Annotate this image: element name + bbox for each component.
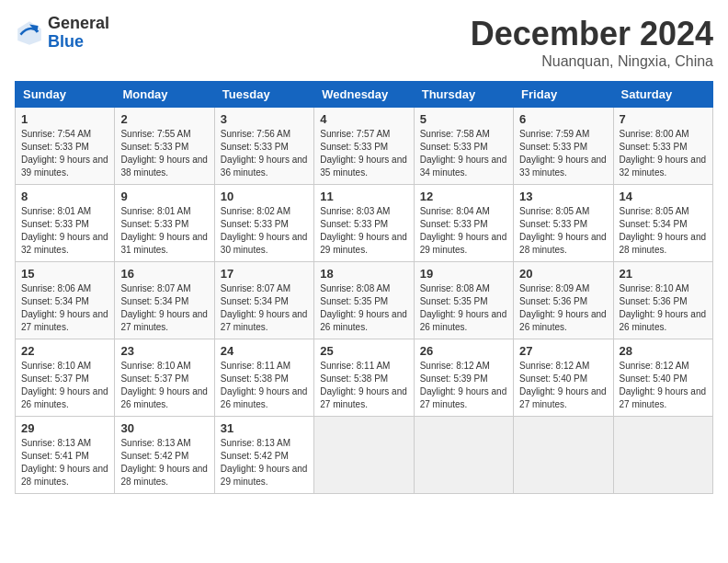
day-number: 15 (21, 267, 108, 281)
calendar-day-cell: 28Sunrise: 8:12 AMSunset: 5:40 PMDayligh… (613, 339, 712, 417)
calendar-day-cell (514, 417, 613, 494)
calendar-day-cell: 29Sunrise: 8:13 AMSunset: 5:41 PMDayligh… (16, 417, 115, 494)
day-info: Sunrise: 8:01 AMSunset: 5:33 PMDaylight:… (120, 205, 208, 257)
day-info: Sunrise: 7:58 AMSunset: 5:33 PMDaylight:… (420, 128, 507, 179)
day-number: 9 (120, 190, 208, 203)
day-info: Sunrise: 8:10 AMSunset: 5:37 PMDaylight:… (120, 360, 208, 411)
day-number: 4 (320, 112, 407, 126)
calendar-week-row: 1Sunrise: 7:54 AMSunset: 5:33 PMDaylight… (16, 108, 713, 185)
calendar-day-cell (613, 417, 712, 494)
logo-blue: Blue (48, 33, 109, 52)
day-number: 29 (21, 421, 108, 435)
weekday-header: Thursday (414, 82, 513, 108)
day-number: 7 (620, 112, 707, 126)
weekday-header: Tuesday (214, 82, 313, 108)
day-info: Sunrise: 8:13 AMSunset: 5:42 PMDaylight:… (221, 437, 308, 488)
day-number: 25 (320, 344, 407, 358)
day-number: 10 (221, 190, 308, 203)
day-info: Sunrise: 8:13 AMSunset: 5:41 PMDaylight:… (21, 437, 108, 488)
calendar-day-cell: 3Sunrise: 7:56 AMSunset: 5:33 PMDaylight… (214, 108, 313, 185)
logo-general: General (48, 15, 109, 33)
day-info: Sunrise: 8:05 AMSunset: 5:34 PMDaylight:… (620, 205, 707, 257)
day-number: 31 (221, 421, 308, 435)
weekday-header: Wednesday (314, 82, 414, 108)
calendar-day-cell: 13Sunrise: 8:05 AMSunset: 5:33 PMDayligh… (514, 185, 613, 262)
day-info: Sunrise: 8:10 AMSunset: 5:36 PMDaylight:… (620, 282, 707, 334)
day-number: 3 (221, 112, 308, 126)
day-info: Sunrise: 8:12 AMSunset: 5:40 PMDaylight:… (620, 360, 707, 411)
day-number: 14 (620, 190, 707, 203)
location: Nuanquan, Ningxia, China (471, 53, 713, 70)
day-number: 24 (221, 344, 308, 358)
calendar-week-row: 8Sunrise: 8:01 AMSunset: 5:33 PMDaylight… (16, 185, 713, 262)
calendar-day-cell: 10Sunrise: 8:02 AMSunset: 5:33 PMDayligh… (214, 185, 313, 262)
calendar-table: SundayMondayTuesdayWednesdayThursdayFrid… (15, 81, 713, 494)
day-number: 21 (620, 267, 707, 281)
day-number: 28 (620, 344, 707, 358)
day-number: 19 (420, 267, 507, 281)
calendar-day-cell: 11Sunrise: 8:03 AMSunset: 5:33 PMDayligh… (314, 185, 414, 262)
day-info: Sunrise: 8:01 AMSunset: 5:33 PMDaylight:… (21, 205, 108, 257)
day-number: 1 (21, 112, 108, 126)
weekday-header: Friday (514, 82, 613, 108)
day-info: Sunrise: 8:07 AMSunset: 5:34 PMDaylight:… (221, 282, 308, 334)
calendar-day-cell: 7Sunrise: 8:00 AMSunset: 5:33 PMDaylight… (613, 108, 712, 185)
calendar-week-row: 15Sunrise: 8:06 AMSunset: 5:34 PMDayligh… (16, 262, 713, 339)
weekday-header: Saturday (613, 82, 712, 108)
day-info: Sunrise: 8:11 AMSunset: 5:38 PMDaylight:… (320, 360, 407, 411)
calendar-day-cell: 16Sunrise: 8:07 AMSunset: 5:34 PMDayligh… (115, 262, 214, 339)
day-info: Sunrise: 8:09 AMSunset: 5:36 PMDaylight:… (519, 282, 607, 334)
day-number: 27 (519, 344, 607, 358)
day-number: 13 (519, 190, 607, 203)
day-info: Sunrise: 8:08 AMSunset: 5:35 PMDaylight:… (320, 282, 407, 334)
day-number: 12 (420, 190, 507, 203)
calendar-day-cell: 21Sunrise: 8:10 AMSunset: 5:36 PMDayligh… (613, 262, 712, 339)
day-info: Sunrise: 8:02 AMSunset: 5:33 PMDaylight:… (221, 205, 308, 257)
day-number: 5 (420, 112, 507, 126)
day-number: 2 (120, 112, 208, 126)
day-number: 22 (21, 344, 108, 358)
calendar-day-cell: 19Sunrise: 8:08 AMSunset: 5:35 PMDayligh… (414, 262, 513, 339)
calendar-day-cell: 12Sunrise: 8:04 AMSunset: 5:33 PMDayligh… (414, 185, 513, 262)
calendar-day-cell: 24Sunrise: 8:11 AMSunset: 5:38 PMDayligh… (214, 339, 313, 417)
logo-icon (15, 18, 44, 48)
day-info: Sunrise: 8:03 AMSunset: 5:33 PMDaylight:… (320, 205, 407, 257)
day-info: Sunrise: 8:00 AMSunset: 5:33 PMDaylight:… (620, 128, 707, 179)
calendar-day-cell: 25Sunrise: 8:11 AMSunset: 5:38 PMDayligh… (314, 339, 414, 417)
day-number: 20 (519, 267, 607, 281)
weekday-header: Sunday (16, 82, 115, 108)
month-title: December 2024 (471, 15, 713, 53)
day-number: 18 (320, 267, 407, 281)
calendar-day-cell: 2Sunrise: 7:55 AMSunset: 5:33 PMDaylight… (115, 108, 214, 185)
calendar-day-cell: 14Sunrise: 8:05 AMSunset: 5:34 PMDayligh… (613, 185, 712, 262)
calendar-day-cell: 18Sunrise: 8:08 AMSunset: 5:35 PMDayligh… (314, 262, 414, 339)
weekday-header-row: SundayMondayTuesdayWednesdayThursdayFrid… (16, 82, 713, 108)
day-number: 30 (120, 421, 208, 435)
day-number: 8 (21, 190, 108, 203)
calendar-day-cell: 23Sunrise: 8:10 AMSunset: 5:37 PMDayligh… (115, 339, 214, 417)
calendar-day-cell: 27Sunrise: 8:12 AMSunset: 5:40 PMDayligh… (514, 339, 613, 417)
day-number: 26 (420, 344, 507, 358)
calendar-day-cell: 30Sunrise: 8:13 AMSunset: 5:42 PMDayligh… (115, 417, 214, 494)
title-block: December 2024 Nuanquan, Ningxia, China (471, 15, 713, 70)
day-info: Sunrise: 7:55 AMSunset: 5:33 PMDaylight:… (120, 128, 208, 179)
day-info: Sunrise: 7:54 AMSunset: 5:33 PMDaylight:… (21, 128, 108, 179)
calendar-day-cell: 5Sunrise: 7:58 AMSunset: 5:33 PMDaylight… (414, 108, 513, 185)
calendar-day-cell: 20Sunrise: 8:09 AMSunset: 5:36 PMDayligh… (514, 262, 613, 339)
logo: General Blue (15, 15, 109, 52)
day-info: Sunrise: 8:06 AMSunset: 5:34 PMDaylight:… (21, 282, 108, 334)
day-number: 23 (120, 344, 208, 358)
logo-text: General Blue (48, 15, 109, 52)
day-number: 17 (221, 267, 308, 281)
day-info: Sunrise: 8:05 AMSunset: 5:33 PMDaylight:… (519, 205, 607, 257)
day-number: 6 (519, 112, 607, 126)
calendar-day-cell (414, 417, 513, 494)
day-number: 16 (120, 267, 208, 281)
calendar-day-cell: 8Sunrise: 8:01 AMSunset: 5:33 PMDaylight… (16, 185, 115, 262)
calendar-day-cell: 15Sunrise: 8:06 AMSunset: 5:34 PMDayligh… (16, 262, 115, 339)
day-info: Sunrise: 7:57 AMSunset: 5:33 PMDaylight:… (320, 128, 407, 179)
calendar-day-cell: 26Sunrise: 8:12 AMSunset: 5:39 PMDayligh… (414, 339, 513, 417)
day-info: Sunrise: 8:08 AMSunset: 5:35 PMDaylight:… (420, 282, 507, 334)
calendar-day-cell: 1Sunrise: 7:54 AMSunset: 5:33 PMDaylight… (16, 108, 115, 185)
calendar-day-cell: 9Sunrise: 8:01 AMSunset: 5:33 PMDaylight… (115, 185, 214, 262)
